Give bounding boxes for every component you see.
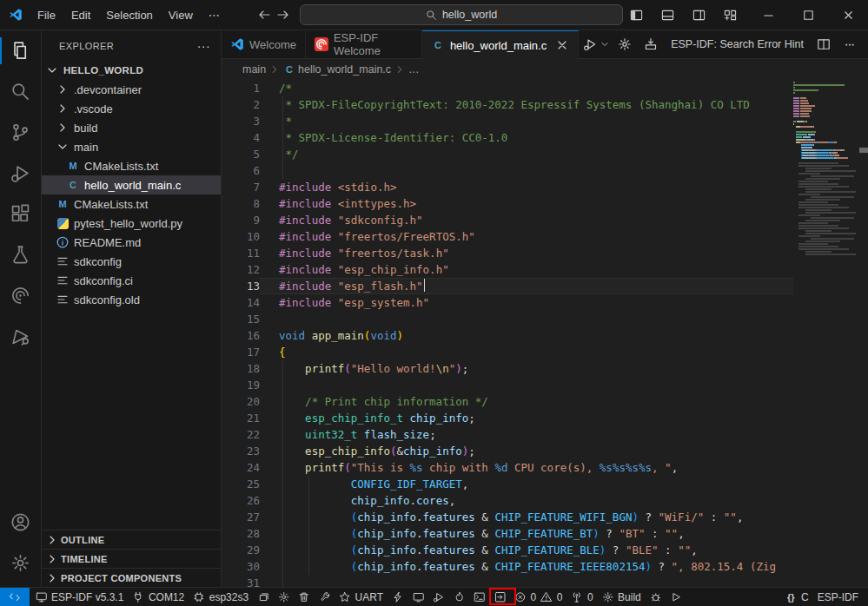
status-run-task[interactable]	[666, 588, 686, 606]
tree-item-build[interactable]: build	[42, 118, 221, 137]
code-line-14[interactable]: 14#include "esp_system.h"	[222, 294, 793, 311]
activity-testing[interactable]	[0, 234, 41, 275]
status-problems[interactable]: 00	[510, 588, 567, 606]
code-line-2[interactable]: 2 * SPDX-FileCopyrightText: 2010-2022 Es…	[222, 96, 793, 113]
status-full-clean[interactable]	[294, 588, 315, 606]
status-custom-task[interactable]	[315, 588, 335, 606]
panel-outline[interactable]: OUTLINE	[42, 530, 221, 549]
code-line-23[interactable]: 23 esp_chip_info(&chip_info);	[222, 443, 793, 459]
layout-panel-button[interactable]	[655, 0, 679, 30]
code-line-27[interactable]: 27 (chip_info.features & CHIP_FEATURE_WI…	[222, 509, 793, 525]
action-split-editor[interactable]	[812, 33, 835, 56]
layout-sidebar-left-button[interactable]	[624, 0, 648, 30]
code-line-5[interactable]: 5 */	[222, 146, 793, 162]
tree-item-cmakelists.txt[interactable]: MCMakeLists.txt	[42, 194, 221, 214]
tab-esp-idf-welcome[interactable]: ESP-IDF Welcome	[306, 30, 422, 58]
status-language-mode[interactable]: {}C	[780, 588, 812, 606]
activity-settings[interactable]	[0, 543, 41, 583]
code-line-3[interactable]: 3 *	[222, 113, 793, 129]
tree-item-sdkconfig[interactable]: sdkconfig	[42, 252, 221, 271]
breadcrumb-item[interactable]: main	[242, 63, 266, 76]
code-line-24[interactable]: 24 printf("This is %s chip with %d CPU c…	[222, 459, 793, 476]
tree-item-main[interactable]: main	[42, 137, 221, 156]
explorer-more-actions[interactable]: ···	[197, 39, 210, 53]
minimize-button[interactable]	[748, 0, 788, 30]
code-line-6[interactable]: 6	[222, 162, 793, 179]
code-line-21[interactable]: 21 esp_chip_info_t chip_info;	[222, 410, 793, 426]
activity-source-control[interactable]	[0, 112, 41, 153]
breadcrumb-item[interactable]: …	[408, 63, 420, 76]
code-line-26[interactable]: 26 chip_info.cores,	[222, 492, 793, 509]
tree-item-sdkconfig.old[interactable]: sdkconfig.old	[42, 290, 221, 309]
code-line-7[interactable]: 7#include <stdio.h>	[222, 179, 793, 195]
activity-accounts[interactable]	[0, 502, 41, 543]
activity-espidf-explorer[interactable]	[0, 275, 41, 316]
tree-item-cmakelists.txt[interactable]: MCMakeLists.txt	[42, 156, 221, 175]
activity-search[interactable]	[0, 71, 41, 112]
code-line-4[interactable]: 4 * SPDX-License-Identifier: CC0-1.0	[222, 129, 793, 146]
status-remote[interactable]	[0, 588, 30, 606]
arrow-left-icon[interactable]	[257, 8, 271, 22]
code-line-11[interactable]: 11#include "freertos/task.h"	[222, 245, 793, 261]
status-monitor[interactable]	[408, 588, 429, 606]
maximize-button[interactable]	[788, 0, 828, 30]
action-run-or-debug[interactable]	[579, 33, 601, 56]
status-espidf-version[interactable]: ESP-IDF v5.3.1	[31, 588, 129, 606]
status-debug[interactable]	[428, 588, 449, 606]
status-flash-method[interactable]: UART	[335, 588, 388, 606]
code-line-28[interactable]: 28 (chip_info.features & CHIP_FEATURE_BT…	[222, 525, 793, 542]
menu-more[interactable]: ⋯	[201, 4, 228, 25]
code-line-20[interactable]: 20 /* Print chip information */	[222, 393, 793, 410]
code-line-19[interactable]: 19	[222, 377, 793, 393]
status-build-task[interactable]: Build	[598, 588, 646, 606]
code-line-18[interactable]: 18 printf("Hello world!\n");	[222, 360, 793, 377]
status-ports[interactable]: 0	[567, 588, 597, 606]
code-line-13[interactable]: 13#include "esp_flash.h"	[222, 278, 793, 294]
status-serial-port[interactable]: COM12	[128, 588, 189, 606]
tab-close-icon[interactable]	[555, 38, 569, 52]
tree-item-hello_world[interactable]: HELLO_WORLD	[42, 61, 221, 80]
status-espidf-extension[interactable]: ESP-IDF	[813, 588, 863, 606]
code-line-12[interactable]: 12#include "esp_chip_info.h"	[222, 261, 793, 278]
code-line-9[interactable]: 9#include "sdkconfig.h"	[222, 212, 793, 228]
status-project-folder[interactable]	[253, 588, 274, 606]
status-build-flash-monitor[interactable]	[449, 588, 470, 606]
code-editor[interactable]: 1/*2 * SPDX-FileCopyrightText: 2010-2022…	[222, 80, 793, 587]
menu-view[interactable]: View	[161, 4, 201, 25]
tree-item-readme.md[interactable]: README.md	[42, 233, 221, 252]
layout-sidebar-right-button[interactable]	[686, 0, 711, 30]
status-flash[interactable]	[388, 588, 408, 606]
code-line-25[interactable]: 25 CONFIG_IDF_TARGET,	[222, 476, 793, 492]
code-line-15[interactable]: 15	[222, 311, 793, 327]
code-line-1[interactable]: 1/*	[222, 80, 793, 96]
activity-espidf-tools[interactable]	[0, 316, 41, 357]
code-line-16[interactable]: 16void app_main(void)	[222, 327, 793, 344]
code-line-17[interactable]: 17{	[222, 344, 793, 360]
status-export[interactable]	[490, 588, 511, 606]
tree-item-pytest_hello_world.py[interactable]: pytest_hello_world.py	[42, 214, 221, 233]
code-line-8[interactable]: 8#include <inttypes.h>	[222, 195, 793, 212]
menu-file[interactable]: File	[30, 4, 63, 25]
tab-welcome[interactable]: Welcome	[222, 30, 306, 58]
code-line-10[interactable]: 10#include "freertos/FreeRTOS.h"	[222, 228, 793, 245]
activity-run-and-debug[interactable]	[0, 153, 41, 194]
action-more-actions[interactable]: ⋯	[838, 33, 861, 56]
panel-timeline[interactable]: TIMELINE	[42, 549, 221, 568]
tree-item-.devcontainer[interactable]: .devcontainer	[42, 80, 221, 99]
editor-scrollbar[interactable]	[856, 80, 868, 587]
code-line-29[interactable]: 29 (chip_info.features & CHIP_FEATURE_BL…	[222, 542, 793, 558]
action-idf-settings[interactable]	[613, 33, 636, 56]
code-line-30[interactable]: 30 (chip_info.features & CHIP_FEATURE_IE…	[222, 558, 793, 575]
tree-item-.vscode[interactable]: .vscode	[42, 99, 221, 118]
action-search-error-hint[interactable]: ESP-IDF: Search Error Hint	[666, 38, 809, 50]
activity-explorer[interactable]	[0, 30, 41, 71]
code-line-22[interactable]: 22 uint32_t flash_size;	[222, 426, 793, 443]
status-idf-target[interactable]: esp32s3	[189, 588, 253, 606]
breadcrumb-item[interactable]: hello_world_main.c	[298, 63, 391, 76]
code-line-31[interactable]: 31	[222, 575, 793, 587]
menu-edit[interactable]: Edit	[63, 4, 98, 25]
layout-customize-button[interactable]	[718, 0, 742, 30]
close-button[interactable]	[828, 0, 868, 30]
tab-hello-world-main-c[interactable]: Chello_world_main.c	[422, 30, 579, 59]
status-menuconfig[interactable]	[274, 588, 295, 606]
